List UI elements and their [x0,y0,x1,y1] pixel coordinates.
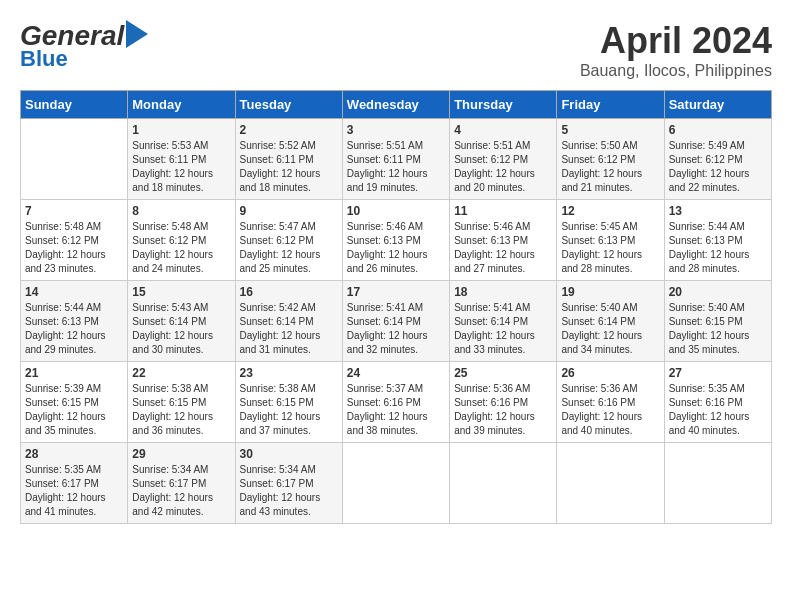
day-info: Sunrise: 5:35 AM Sunset: 6:16 PM Dayligh… [669,382,767,438]
calendar-week-row: 21Sunrise: 5:39 AM Sunset: 6:15 PM Dayli… [21,362,772,443]
calendar-cell: 17Sunrise: 5:41 AM Sunset: 6:14 PM Dayli… [342,281,449,362]
day-info: Sunrise: 5:41 AM Sunset: 6:14 PM Dayligh… [347,301,445,357]
day-number: 10 [347,204,445,218]
calendar-week-row: 14Sunrise: 5:44 AM Sunset: 6:13 PM Dayli… [21,281,772,362]
day-info: Sunrise: 5:37 AM Sunset: 6:16 PM Dayligh… [347,382,445,438]
day-info: Sunrise: 5:46 AM Sunset: 6:13 PM Dayligh… [347,220,445,276]
day-info: Sunrise: 5:41 AM Sunset: 6:14 PM Dayligh… [454,301,552,357]
calendar-cell: 7Sunrise: 5:48 AM Sunset: 6:12 PM Daylig… [21,200,128,281]
calendar-cell: 10Sunrise: 5:46 AM Sunset: 6:13 PM Dayli… [342,200,449,281]
day-number: 23 [240,366,338,380]
day-number: 30 [240,447,338,461]
day-number: 16 [240,285,338,299]
day-info: Sunrise: 5:36 AM Sunset: 6:16 PM Dayligh… [561,382,659,438]
col-saturday: Saturday [664,91,771,119]
calendar-cell: 15Sunrise: 5:43 AM Sunset: 6:14 PM Dayli… [128,281,235,362]
col-thursday: Thursday [450,91,557,119]
calendar-cell: 3Sunrise: 5:51 AM Sunset: 6:11 PM Daylig… [342,119,449,200]
col-friday: Friday [557,91,664,119]
calendar-body: 1Sunrise: 5:53 AM Sunset: 6:11 PM Daylig… [21,119,772,524]
day-info: Sunrise: 5:39 AM Sunset: 6:15 PM Dayligh… [25,382,123,438]
calendar-cell: 18Sunrise: 5:41 AM Sunset: 6:14 PM Dayli… [450,281,557,362]
day-number: 27 [669,366,767,380]
day-number: 8 [132,204,230,218]
day-info: Sunrise: 5:46 AM Sunset: 6:13 PM Dayligh… [454,220,552,276]
calendar-cell: 21Sunrise: 5:39 AM Sunset: 6:15 PM Dayli… [21,362,128,443]
calendar-cell: 25Sunrise: 5:36 AM Sunset: 6:16 PM Dayli… [450,362,557,443]
day-number: 9 [240,204,338,218]
days-of-week-row: Sunday Monday Tuesday Wednesday Thursday… [21,91,772,119]
day-info: Sunrise: 5:38 AM Sunset: 6:15 PM Dayligh… [240,382,338,438]
day-number: 1 [132,123,230,137]
day-info: Sunrise: 5:48 AM Sunset: 6:12 PM Dayligh… [132,220,230,276]
day-info: Sunrise: 5:51 AM Sunset: 6:11 PM Dayligh… [347,139,445,195]
day-number: 3 [347,123,445,137]
calendar-cell: 14Sunrise: 5:44 AM Sunset: 6:13 PM Dayli… [21,281,128,362]
day-info: Sunrise: 5:40 AM Sunset: 6:15 PM Dayligh… [669,301,767,357]
day-number: 15 [132,285,230,299]
calendar-table: Sunday Monday Tuesday Wednesday Thursday… [20,90,772,524]
day-number: 12 [561,204,659,218]
calendar-cell: 24Sunrise: 5:37 AM Sunset: 6:16 PM Dayli… [342,362,449,443]
day-info: Sunrise: 5:49 AM Sunset: 6:12 PM Dayligh… [669,139,767,195]
day-number: 28 [25,447,123,461]
day-info: Sunrise: 5:44 AM Sunset: 6:13 PM Dayligh… [25,301,123,357]
calendar-cell [664,443,771,524]
calendar-cell: 6Sunrise: 5:49 AM Sunset: 6:12 PM Daylig… [664,119,771,200]
calendar-header: Sunday Monday Tuesday Wednesday Thursday… [21,91,772,119]
day-info: Sunrise: 5:53 AM Sunset: 6:11 PM Dayligh… [132,139,230,195]
col-monday: Monday [128,91,235,119]
calendar-week-row: 7Sunrise: 5:48 AM Sunset: 6:12 PM Daylig… [21,200,772,281]
day-number: 13 [669,204,767,218]
calendar-week-row: 28Sunrise: 5:35 AM Sunset: 6:17 PM Dayli… [21,443,772,524]
calendar-cell: 4Sunrise: 5:51 AM Sunset: 6:12 PM Daylig… [450,119,557,200]
calendar-cell: 16Sunrise: 5:42 AM Sunset: 6:14 PM Dayli… [235,281,342,362]
title-area: April 2024 Bauang, Ilocos, Philippines [580,20,772,80]
calendar-cell: 29Sunrise: 5:34 AM Sunset: 6:17 PM Dayli… [128,443,235,524]
logo-text-blue: Blue [20,48,148,70]
calendar-title: April 2024 [580,20,772,62]
calendar-cell [450,443,557,524]
calendar-cell [557,443,664,524]
col-wednesday: Wednesday [342,91,449,119]
day-number: 6 [669,123,767,137]
day-info: Sunrise: 5:38 AM Sunset: 6:15 PM Dayligh… [132,382,230,438]
calendar-cell: 9Sunrise: 5:47 AM Sunset: 6:12 PM Daylig… [235,200,342,281]
day-info: Sunrise: 5:35 AM Sunset: 6:17 PM Dayligh… [25,463,123,519]
calendar-cell: 23Sunrise: 5:38 AM Sunset: 6:15 PM Dayli… [235,362,342,443]
calendar-cell: 27Sunrise: 5:35 AM Sunset: 6:16 PM Dayli… [664,362,771,443]
calendar-cell: 22Sunrise: 5:38 AM Sunset: 6:15 PM Dayli… [128,362,235,443]
day-info: Sunrise: 5:34 AM Sunset: 6:17 PM Dayligh… [240,463,338,519]
day-info: Sunrise: 5:40 AM Sunset: 6:14 PM Dayligh… [561,301,659,357]
col-tuesday: Tuesday [235,91,342,119]
day-number: 20 [669,285,767,299]
calendar-week-row: 1Sunrise: 5:53 AM Sunset: 6:11 PM Daylig… [21,119,772,200]
day-info: Sunrise: 5:48 AM Sunset: 6:12 PM Dayligh… [25,220,123,276]
day-info: Sunrise: 5:47 AM Sunset: 6:12 PM Dayligh… [240,220,338,276]
calendar-cell: 1Sunrise: 5:53 AM Sunset: 6:11 PM Daylig… [128,119,235,200]
calendar-cell: 5Sunrise: 5:50 AM Sunset: 6:12 PM Daylig… [557,119,664,200]
calendar-cell: 2Sunrise: 5:52 AM Sunset: 6:11 PM Daylig… [235,119,342,200]
day-number: 21 [25,366,123,380]
header: General Blue April 2024 Bauang, Ilocos, … [20,20,772,80]
day-info: Sunrise: 5:42 AM Sunset: 6:14 PM Dayligh… [240,301,338,357]
calendar-cell: 12Sunrise: 5:45 AM Sunset: 6:13 PM Dayli… [557,200,664,281]
day-info: Sunrise: 5:45 AM Sunset: 6:13 PM Dayligh… [561,220,659,276]
calendar-cell: 28Sunrise: 5:35 AM Sunset: 6:17 PM Dayli… [21,443,128,524]
calendar-cell: 19Sunrise: 5:40 AM Sunset: 6:14 PM Dayli… [557,281,664,362]
day-number: 14 [25,285,123,299]
day-number: 11 [454,204,552,218]
day-info: Sunrise: 5:36 AM Sunset: 6:16 PM Dayligh… [454,382,552,438]
calendar-cell: 11Sunrise: 5:46 AM Sunset: 6:13 PM Dayli… [450,200,557,281]
day-number: 18 [454,285,552,299]
calendar-cell: 20Sunrise: 5:40 AM Sunset: 6:15 PM Dayli… [664,281,771,362]
day-info: Sunrise: 5:52 AM Sunset: 6:11 PM Dayligh… [240,139,338,195]
day-info: Sunrise: 5:43 AM Sunset: 6:14 PM Dayligh… [132,301,230,357]
calendar-cell: 8Sunrise: 5:48 AM Sunset: 6:12 PM Daylig… [128,200,235,281]
day-info: Sunrise: 5:34 AM Sunset: 6:17 PM Dayligh… [132,463,230,519]
day-number: 5 [561,123,659,137]
day-number: 17 [347,285,445,299]
logo: General Blue [20,20,148,70]
calendar-cell [342,443,449,524]
day-number: 24 [347,366,445,380]
